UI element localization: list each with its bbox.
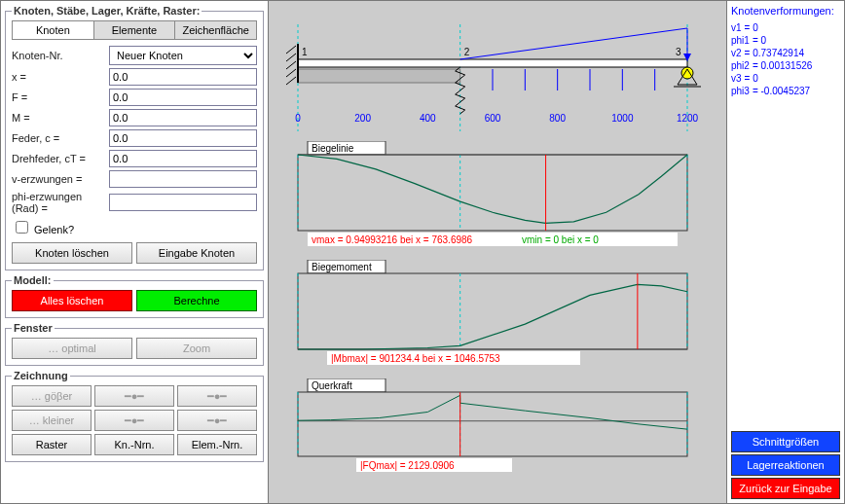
svg-text:Querkraft: Querkraft: [312, 380, 352, 391]
svg-text:vmin = 0      bei x = 0: vmin = 0 bei x = 0: [522, 234, 599, 245]
svg-text:Biegemoment: Biegemoment: [312, 262, 372, 272]
zeichnung-fieldset: Zeichnung … göβer ━●━ ━●━ … kleiner ━●━ …: [5, 370, 264, 462]
svg-rect-4: [298, 59, 687, 67]
inputs-legend: Knoten, Stäbe, Lager, Kräfte, Raster:: [12, 5, 202, 17]
input-x[interactable]: [109, 68, 257, 86]
select-knotennr[interactable]: Neuer Knoten: [109, 46, 257, 65]
svg-text:1: 1: [302, 47, 308, 57]
tab-knoten[interactable]: Knoten: [13, 21, 94, 39]
btn-bigger: … göβer: [12, 385, 92, 407]
chart-biegelinie: Biegelinievmax = 0.94993216 bei x = 763.…: [278, 141, 707, 250]
btn-smaller: … kleiner: [12, 410, 92, 431]
btn-slider1: ━●━: [94, 385, 174, 407]
label-f: F =: [12, 91, 109, 103]
tab-elemente[interactable]: Elemente: [94, 21, 176, 39]
svg-line-6: [286, 54, 296, 61]
svg-rect-3: [298, 69, 460, 83]
label-drehfeder: Drehfeder, cT =: [12, 153, 109, 164]
svg-rect-46: [298, 273, 687, 349]
btn-back[interactable]: Zurück zur Eingabe: [731, 478, 840, 499]
input-m[interactable]: [109, 109, 257, 126]
btn-calculate[interactable]: Berechne: [136, 290, 257, 311]
modell-legend: Modell:: [12, 274, 54, 286]
svg-line-8: [286, 69, 296, 77]
label-verzw: v-erzwungen =: [12, 173, 109, 185]
svg-line-17: [460, 28, 687, 59]
tabs: Knoten Elemente Zeichenfläche: [12, 20, 257, 40]
svg-line-7: [286, 61, 296, 69]
input-drehfeder[interactable]: [109, 150, 257, 167]
label-x: x =: [12, 71, 109, 83]
svg-text:|Mbmax| = 901234.4   bei x = 1: |Mbmax| = 901234.4 bei x = 1046.5753: [331, 353, 500, 364]
checkbox-gelenk[interactable]: [16, 221, 28, 234]
label-phierzw: phi-erzwungen (Rad) =: [12, 191, 109, 214]
inputs-fieldset: Knoten, Stäbe, Lager, Kräfte, Raster: Kn…: [5, 5, 264, 270]
btn-optimal: … optimal: [12, 338, 132, 359]
svg-text:1200: 1200: [677, 113, 699, 124]
chart-querkraft: Querkraft|FQmax| = 2129.0906: [278, 378, 707, 476]
zeichnung-legend: Zeichnung: [12, 370, 70, 381]
svg-text:1000: 1000: [611, 113, 634, 124]
fenster-fieldset: Fenster … optimal Zoom: [5, 322, 264, 366]
tab-zeichenflaeche[interactable]: Zeichenfläche: [175, 21, 256, 39]
label-feder: Feder, c =: [12, 132, 109, 144]
svg-text:|FQmax| = 2129.0906: |FQmax| = 2129.0906: [360, 460, 455, 471]
left-panel: Knoten, Stäbe, Lager, Kräfte, Raster: Kn…: [1, 1, 268, 503]
btn-lagerreaktionen[interactable]: Lagerreaktionen: [731, 454, 840, 476]
btn-zoom: Zoom: [136, 338, 257, 359]
btn-delete-all[interactable]: Alles löschen: [12, 290, 132, 311]
input-verzw[interactable]: [109, 170, 257, 188]
btn-slider4: ━●━: [177, 410, 257, 431]
btn-add-node[interactable]: Eingabe Knoten: [136, 242, 257, 264]
svg-text:600: 600: [485, 113, 501, 124]
right-panel: Knotenverformungen: v1= 0phi1= 0v2= 0.73…: [727, 1, 844, 503]
svg-line-5: [286, 46, 296, 54]
btn-schnittgroessen[interactable]: Schnittgrößen: [731, 431, 840, 452]
btn-delete-node[interactable]: Knoten löschen: [12, 242, 132, 264]
svg-text:Biegelinie: Biegelinie: [312, 143, 354, 154]
fenster-legend: Fenster: [12, 322, 55, 334]
svg-text:3: 3: [676, 47, 681, 57]
btn-elemnrn[interactable]: Elem.-Nrn.: [177, 434, 257, 455]
svg-text:2: 2: [464, 47, 470, 57]
deformation-values: v1= 0phi1= 0v2= 0.73742914phi2= 0.001315…: [731, 22, 840, 98]
center-panel: 123020040060010001200800 Biegelinievmax …: [268, 1, 727, 503]
btn-slider3: ━●━: [94, 410, 174, 431]
svg-text:400: 400: [420, 113, 436, 124]
checkbox-gelenk-label[interactable]: Gelenk?: [12, 224, 74, 235]
svg-rect-56: [298, 392, 687, 456]
svg-text:200: 200: [354, 113, 371, 124]
svg-rect-35: [298, 155, 687, 231]
btn-raster[interactable]: Raster: [12, 434, 92, 455]
svg-text:vmax = 0.94993216 bei x = 763.: vmax = 0.94993216 bei x = 763.6986: [312, 234, 473, 245]
svg-text:0: 0: [295, 113, 301, 124]
input-feder[interactable]: [109, 129, 257, 147]
deformations-title: Knotenverformungen:: [731, 5, 840, 17]
btn-knnrn[interactable]: Kn.-Nrn.: [94, 434, 174, 455]
input-phierzw[interactable]: [109, 194, 257, 211]
label-knotennr: Knoten-Nr.: [12, 50, 109, 61]
chart-biegemoment: Biegemoment|Mbmax| = 901234.4 bei x = 10…: [278, 260, 707, 369]
beam-diagram: 123020040060010001200800: [278, 15, 707, 131]
svg-text:800: 800: [549, 113, 566, 124]
btn-slider2: ━●━: [177, 385, 257, 407]
svg-line-9: [286, 77, 296, 85]
input-f[interactable]: [109, 89, 257, 106]
modell-fieldset: Modell: Alles löschen Berechne: [5, 274, 264, 318]
label-m: M =: [12, 112, 109, 124]
